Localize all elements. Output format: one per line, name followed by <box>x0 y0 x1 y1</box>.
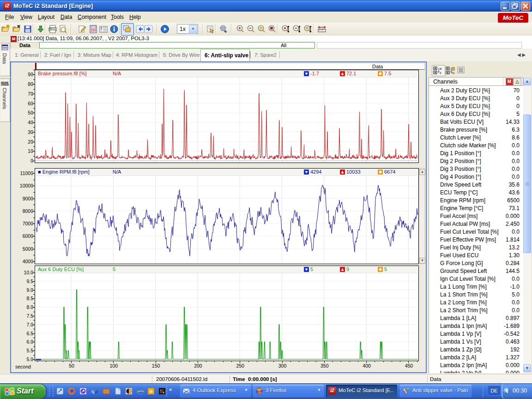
svg-text:01: 01 <box>452 72 455 74</box>
svg-text:0101: 0101 <box>1 81 9 85</box>
svg-text:z: z <box>440 71 441 74</box>
svg-text:a: a <box>440 67 441 70</box>
